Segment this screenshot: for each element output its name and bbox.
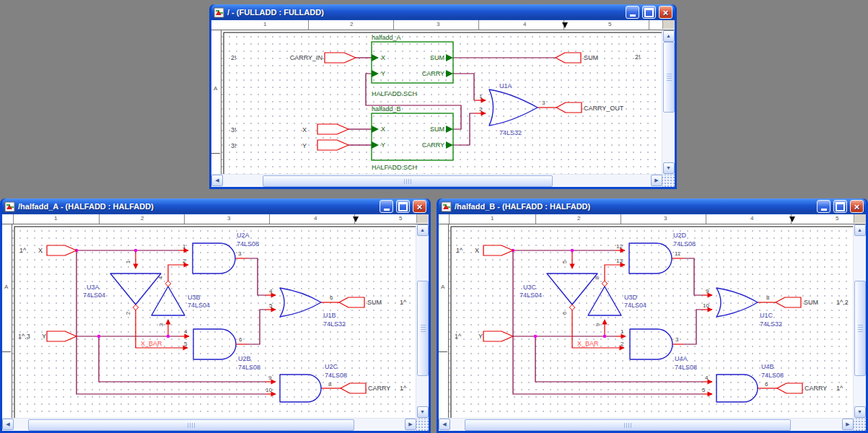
schematic-canvas-halfadd-a[interactable]: 1^ X 1^,3 Y U3A 74LS04 1 2 U3B 74LS04 4 …: [12, 224, 416, 418]
window-halfadd-a[interactable]: /halfadd_A - (HALFADD : HALFADD) × 1 2 3…: [0, 198, 431, 433]
port-y[interactable]: [317, 140, 348, 150]
vscroll-track[interactable]: [416, 236, 429, 406]
vscroll-track[interactable]: [854, 236, 866, 406]
window-halfadd-b[interactable]: /halfadd_B - (HALFADD : HALFADD) × 1 2 3…: [437, 198, 868, 433]
scroll-up-button[interactable]: ▲: [417, 224, 429, 236]
window-fulladd[interactable]: / - (FULLADD : FULLADD) × 1 2 3 4 5 A: [209, 4, 677, 189]
and-gate-1[interactable]: [193, 243, 235, 274]
port-carry[interactable]: [341, 383, 366, 393]
scroll-right-button[interactable]: ▶: [405, 419, 416, 430]
scroll-down-button[interactable]: ▼: [854, 406, 866, 418]
minimize-button[interactable]: [380, 200, 393, 213]
inverter-1[interactable]: [110, 274, 161, 305]
scroll-left-button[interactable]: ◀: [439, 419, 450, 430]
hscroll-thumb[interactable]: [263, 175, 553, 187]
close-button[interactable]: ×: [659, 6, 672, 19]
horizontal-scrollbar[interactable]: ◀ ▶: [2, 418, 429, 431]
close-button[interactable]: ×: [413, 200, 426, 213]
resize-grip[interactable]: [854, 419, 866, 431]
gate-part: 74LS08: [238, 364, 260, 371]
and-gate-3[interactable]: [280, 375, 321, 402]
scroll-left-button[interactable]: ◀: [2, 419, 14, 430]
port-sum[interactable]: [776, 297, 801, 307]
hscroll-track[interactable]: [223, 175, 651, 187]
wire-inv2-out[interactable]: [168, 265, 188, 281]
inverter-1[interactable]: [547, 274, 597, 305]
pin-number: 5: [561, 260, 568, 263]
vscroll-track[interactable]: [662, 42, 675, 162]
or-gate-u1a[interactable]: [489, 89, 538, 126]
inverter-2[interactable]: [152, 287, 185, 315]
horizontal-scrollbar[interactable]: ◀ ▶: [211, 174, 675, 187]
pin-number: 3: [238, 250, 242, 257]
and-gate-1[interactable]: [629, 243, 672, 274]
maximize-button[interactable]: [396, 200, 410, 213]
port-sum[interactable]: [339, 297, 364, 307]
or-gate-1[interactable]: [280, 288, 321, 317]
and-gate-2[interactable]: [193, 329, 236, 359]
hscroll-track[interactable]: [450, 419, 842, 431]
wire-and1-to-or1[interactable]: [683, 258, 702, 295]
resize-grip[interactable]: [662, 175, 675, 187]
minimize-button[interactable]: [817, 200, 830, 213]
vertical-scrollbar[interactable]: ▲ ▼: [853, 224, 866, 418]
port-x[interactable]: [317, 124, 348, 134]
schematic-canvas-fulladd[interactable]: 2! CARRY_IN halfadd_A HALFADD.SCH X Y SU…: [222, 30, 662, 174]
port-x[interactable]: [47, 245, 76, 255]
wire-acarry-to-or[interactable]: [453, 74, 474, 100]
scroll-up-button[interactable]: ▲: [854, 224, 866, 236]
vertical-scrollbar[interactable]: ▲ ▼: [416, 224, 429, 418]
vscroll-thumb[interactable]: [663, 42, 675, 113]
wire-inv2-out[interactable]: [605, 265, 625, 281]
port-carry-in[interactable]: [325, 53, 356, 63]
wire-bsum-to-ay[interactable]: [366, 74, 461, 129]
vertical-scrollbar[interactable]: ▲ ▼: [662, 30, 675, 174]
port-y[interactable]: [47, 331, 76, 341]
titlebar[interactable]: / - (FULLADD : FULLADD) ×: [211, 4, 675, 20]
titlebar[interactable]: /halfadd_B - (HALFADD : HALFADD) ×: [439, 198, 866, 214]
window-content: 1 2 3 4 5 A: [2, 214, 429, 431]
junction-dot: [167, 335, 170, 338]
hscroll-thumb[interactable]: [465, 419, 791, 431]
gate-part: 74LS04: [624, 302, 646, 309]
scroll-right-button[interactable]: ▶: [651, 175, 662, 186]
junction-dot: [571, 249, 574, 253]
minimize-button[interactable]: [626, 6, 639, 19]
horizontal-scrollbar[interactable]: ◀ ▶: [439, 418, 866, 431]
port-y[interactable]: [483, 331, 513, 341]
wire-x-branch[interactable]: [76, 250, 266, 394]
wire-and2-to-or1[interactable]: [683, 310, 702, 344]
port-sum[interactable]: [556, 53, 581, 63]
scroll-up-button[interactable]: ▲: [663, 30, 675, 42]
maximize-button[interactable]: [833, 200, 847, 213]
scroll-down-button[interactable]: ▼: [417, 406, 429, 418]
wire-x-branch[interactable]: [513, 250, 702, 394]
maximize-button[interactable]: [642, 6, 656, 19]
inverter-2[interactable]: [588, 287, 621, 315]
port-carry-out[interactable]: [556, 102, 582, 113]
wire-and1-to-or1[interactable]: [247, 258, 266, 295]
block-halfadd-b[interactable]: [372, 113, 453, 160]
ruler-cursor-marker: [562, 22, 568, 28]
port-carry[interactable]: [777, 383, 802, 393]
close-icon: ×: [663, 8, 669, 17]
ruler-number: 2: [350, 21, 353, 27]
vscroll-thumb[interactable]: [417, 281, 429, 376]
and-gate-2[interactable]: [630, 329, 672, 359]
schematic-canvas-halfadd-b[interactable]: 1^ X 1^ Y U3C 74LS04 5 6 U3D 74LS04 8 9 …: [449, 224, 853, 418]
scroll-left-button[interactable]: ◀: [211, 175, 223, 186]
hscroll-thumb[interactable]: [28, 419, 354, 431]
pin-number: 4: [705, 375, 709, 381]
or-gate-1[interactable]: [716, 288, 758, 317]
vscroll-thumb[interactable]: [854, 281, 866, 376]
wire-and2-to-or1[interactable]: [247, 310, 266, 344]
hscroll-track[interactable]: [14, 419, 405, 431]
port-x[interactable]: [483, 245, 513, 255]
and-gate-3[interactable]: [716, 375, 758, 402]
thumb-grip: [404, 179, 412, 184]
scroll-right-button[interactable]: ▶: [842, 419, 854, 430]
titlebar[interactable]: /halfadd_A - (HALFADD : HALFADD) ×: [2, 198, 429, 214]
scroll-down-button[interactable]: ▼: [663, 162, 675, 174]
close-button[interactable]: ×: [850, 200, 864, 213]
resize-grip[interactable]: [416, 419, 429, 431]
